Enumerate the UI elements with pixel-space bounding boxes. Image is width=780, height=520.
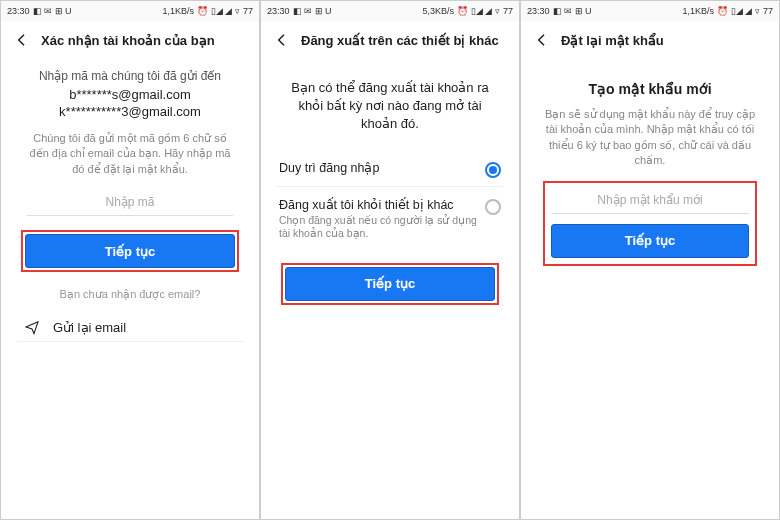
continue-button[interactable]: Tiếp tục [285, 267, 495, 301]
send-icon [21, 319, 43, 335]
screen-confirm-account: 23:30 ◧ ✉ ⊞ U 1,1KB/s ⏰ ▯◢ ◢ ▿ 77 Xác nh… [0, 0, 260, 520]
no-email-text: Bạn chưa nhận được email? [17, 288, 243, 301]
header: Đăng xuất trên các thiết bị khác [261, 21, 519, 57]
option-sublabel: Chọn đăng xuất nếu có người lạ sử dụng t… [279, 214, 477, 241]
instruction-text: Bạn sẽ sử dụng mật khẩu này để truy cập … [543, 107, 757, 169]
status-bar: 23:30 ◧ ✉ ⊞ U 5,3KB/s ⏰ ▯◢ ◢ ▿ 77 [261, 1, 519, 21]
page-title: Đặt lại mật khẩu [561, 33, 664, 48]
resend-row[interactable]: Gửi lại email [17, 313, 243, 342]
intro-text: Nhập mã mà chúng tôi đã gửi đến [17, 69, 243, 83]
net-speed: 1,1KB/s [682, 6, 714, 16]
radio-icon [485, 199, 501, 215]
page-title: Xác nhận tài khoản của bạn [41, 33, 215, 48]
battery-icon: 77 [503, 6, 513, 16]
hint-text: Chúng tôi đã gửi một mã gồm 6 chữ số đến… [23, 131, 237, 177]
alarm-icon: ⏰ [457, 6, 468, 16]
battery-icon: 77 [243, 6, 253, 16]
signal-icon: ▯◢ ◢ ▿ [471, 6, 500, 16]
signal-icon: ▯◢ ◢ ▿ [211, 6, 240, 16]
email-1: b*******s@gmail.com [17, 87, 243, 102]
signal-icon: ▯◢ ◢ ▿ [731, 6, 760, 16]
option-label: Duy trì đăng nhập [279, 160, 485, 175]
message-text: Bạn có thể đăng xuất tài khoản ra khỏi b… [287, 79, 493, 134]
status-bar: 23:30 ◧ ✉ ⊞ U 1,1KB/s ⏰ ▯◢ ◢ ▿ 77 [521, 1, 779, 21]
alarm-icon: ⏰ [197, 6, 208, 16]
resend-label: Gửi lại email [53, 320, 126, 335]
status-bar: 23:30 ◧ ✉ ⊞ U 1,1KB/s ⏰ ▯◢ ◢ ▿ 77 [1, 1, 259, 21]
back-icon[interactable] [273, 31, 291, 49]
option-stay-logged-in[interactable]: Duy trì đăng nhập [277, 150, 503, 187]
code-input[interactable]: Nhập mã [27, 187, 233, 216]
notif-icon: ◧ ✉ ⊞ U [553, 6, 592, 16]
option-label: Đăng xuất tôi khỏi thiết bị khác Chọn đă… [279, 197, 485, 241]
header: Xác nhận tài khoản của bạn [1, 21, 259, 57]
notif-icon: ◧ ✉ ⊞ U [33, 6, 72, 16]
radio-icon [485, 162, 501, 178]
password-input[interactable]: Nhập mật khẩu mới [551, 187, 749, 214]
highlight-continue: Tiếp tục [21, 230, 239, 272]
battery-icon: 77 [763, 6, 773, 16]
continue-button[interactable]: Tiếp tục [551, 224, 749, 258]
highlight-password-section: Nhập mật khẩu mới Tiếp tục [543, 181, 757, 266]
back-icon[interactable] [13, 31, 31, 49]
alarm-icon: ⏰ [717, 6, 728, 16]
back-icon[interactable] [533, 31, 551, 49]
net-speed: 1,1KB/s [162, 6, 194, 16]
net-speed: 5,3KB/s [422, 6, 454, 16]
heading: Tạo mật khẩu mới [537, 81, 763, 97]
continue-button[interactable]: Tiếp tục [25, 234, 235, 268]
status-time: 23:30 [7, 6, 30, 16]
email-2: k***********3@gmail.com [17, 104, 243, 119]
notif-icon: ◧ ✉ ⊞ U [293, 6, 332, 16]
highlight-continue: Tiếp tục [281, 263, 499, 305]
page-title: Đăng xuất trên các thiết bị khác [301, 33, 499, 48]
option-logout-others[interactable]: Đăng xuất tôi khỏi thiết bị khác Chọn đă… [277, 187, 503, 249]
header: Đặt lại mật khẩu [521, 21, 779, 57]
status-time: 23:30 [267, 6, 290, 16]
status-time: 23:30 [527, 6, 550, 16]
screen-reset-password: 23:30 ◧ ✉ ⊞ U 1,1KB/s ⏰ ▯◢ ◢ ▿ 77 Đặt lạ… [520, 0, 780, 520]
screen-logout-devices: 23:30 ◧ ✉ ⊞ U 5,3KB/s ⏰ ▯◢ ◢ ▿ 77 Đăng x… [260, 0, 520, 520]
